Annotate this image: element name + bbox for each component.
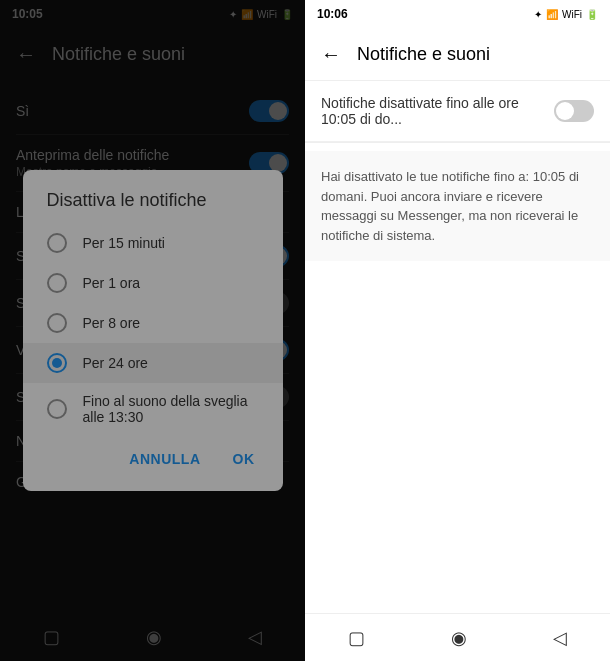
right-status-icons: ✦ 📶 WiFi 🔋 <box>534 9 598 20</box>
right-bluetooth-icon: ✦ <box>534 9 542 20</box>
cancel-button[interactable]: ANNULLA <box>117 443 212 475</box>
right-nav-square[interactable]: ▢ <box>348 627 365 649</box>
right-battery-icon: 🔋 <box>586 9 598 20</box>
radio-circle-24ore <box>47 353 67 373</box>
radio-option-1ora[interactable]: Per 1 ora <box>23 263 283 303</box>
notifiche-disattivate-label: Notifiche disattivate fino alle ore 10:0… <box>321 95 554 127</box>
info-box: Hai disattivato le tue notifiche fino a:… <box>305 151 610 261</box>
right-nav-back[interactable]: ◁ <box>553 627 567 649</box>
dialog-title: Disattiva le notifiche <box>23 170 283 223</box>
right-nav-home[interactable]: ◉ <box>451 627 467 649</box>
radio-label-1ora: Per 1 ora <box>83 275 141 291</box>
right-status-bar: 10:06 ✦ 📶 WiFi 🔋 <box>305 0 610 28</box>
right-back-button[interactable]: ← <box>321 43 341 66</box>
radio-circle-15min <box>47 233 67 253</box>
info-text: Hai disattivato le tue notifiche fino a:… <box>321 167 594 245</box>
right-status-time: 10:06 <box>317 7 348 21</box>
right-content: Notifiche disattivate fino alle ore 10:0… <box>305 81 610 613</box>
radio-label-8ore: Per 8 ore <box>83 315 141 331</box>
radio-label-15min: Per 15 minuti <box>83 235 165 251</box>
right-page-title: Notifiche e suoni <box>357 44 490 65</box>
radio-circle-1ora <box>47 273 67 293</box>
right-panel: 10:06 ✦ 📶 WiFi 🔋 ← Notifiche e suoni Not… <box>305 0 610 661</box>
dialog-actions: ANNULLA OK <box>23 435 283 491</box>
notifiche-disattivate-item: Notifiche disattivate fino alle ore 10:0… <box>305 81 610 142</box>
right-bottom-nav: ▢ ◉ ◁ <box>305 613 610 661</box>
dialog: Disattiva le notifiche Per 15 minuti Per… <box>23 170 283 491</box>
right-signal-icon: 📶 <box>546 9 558 20</box>
right-divider-2 <box>305 142 610 143</box>
radio-option-8ore[interactable]: Per 8 ore <box>23 303 283 343</box>
radio-option-15min[interactable]: Per 15 minuti <box>23 223 283 263</box>
radio-option-24ore[interactable]: Per 24 ore <box>23 343 283 383</box>
radio-circle-sveglia <box>47 399 67 419</box>
radio-label-sveglia: Fino al suono della sveglia alle 13:30 <box>83 393 259 425</box>
radio-option-sveglia[interactable]: Fino al suono della sveglia alle 13:30 <box>23 383 283 435</box>
dialog-overlay: Disattiva le notifiche Per 15 minuti Per… <box>0 0 305 661</box>
radio-circle-8ore <box>47 313 67 333</box>
notifiche-disattivate-toggle[interactable] <box>554 100 594 122</box>
radio-label-24ore: Per 24 ore <box>83 355 148 371</box>
right-top-bar: ← Notifiche e suoni <box>305 28 610 80</box>
right-wifi-icon: WiFi <box>562 9 582 20</box>
left-panel: 10:05 ✦ 📶 WiFi 🔋 ← Notifiche e suoni Sì … <box>0 0 305 661</box>
confirm-button[interactable]: OK <box>221 443 267 475</box>
